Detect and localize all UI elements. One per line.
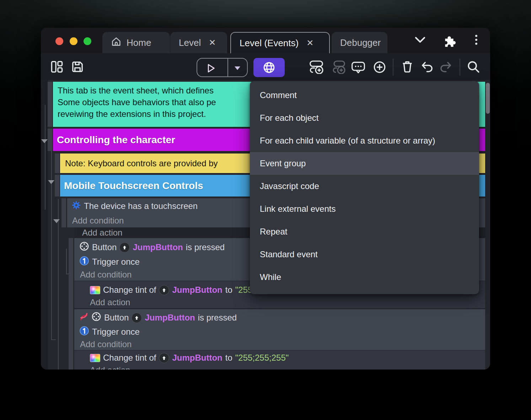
- puzzle-addon-icon[interactable]: [442, 33, 457, 48]
- indent-guide: [58, 199, 59, 370]
- trigger-once-icon: [79, 256, 89, 268]
- sprite-up-arrow-icon: [132, 313, 142, 323]
- delete-icon[interactable]: [401, 60, 414, 74]
- menu-item-while[interactable]: While: [250, 266, 479, 289]
- play-group-divider: [227, 59, 228, 76]
- inverted-condition-icon: [79, 312, 88, 324]
- layout-panels-icon[interactable]: [50, 60, 64, 74]
- close-icon[interactable]: ✕: [209, 38, 216, 48]
- toolbar-divider: [460, 59, 460, 76]
- add-action-link[interactable]: Add action: [90, 365, 130, 370]
- play-dropdown-caret[interactable]: [234, 66, 241, 70]
- action-instance: JumpButton: [172, 353, 222, 363]
- action-value: "255;255;255": [235, 353, 289, 363]
- toolbar: [41, 53, 490, 80]
- chevron-down-icon[interactable]: [414, 36, 426, 44]
- menu-item-javascript-code[interactable]: Javascript code: [250, 175, 479, 198]
- traffic-zoom-button[interactable]: [84, 37, 91, 45]
- play-button-group: [197, 58, 248, 77]
- tab-label: Home: [127, 37, 151, 48]
- add-action-link[interactable]: Add action: [90, 297, 130, 307]
- traffic-minimize-button[interactable]: [70, 37, 77, 45]
- menu-item-for-each-object[interactable]: For each object: [250, 107, 479, 129]
- tab-label: Level: [179, 37, 201, 48]
- event-margin: [55, 175, 59, 196]
- toolbar-divider: [393, 59, 393, 76]
- action-instance: JumpButton: [172, 285, 222, 295]
- home-icon: [111, 36, 122, 49]
- tint-color-icon: [90, 354, 100, 362]
- collapse-arrow-group-controlling[interactable]: [41, 139, 48, 143]
- group-title: Controlling the character: [57, 134, 175, 146]
- vertical-scrollbar-thumb[interactable]: [486, 83, 490, 114]
- titlebar: Home Level ✕ Level (Events) ✕ Debugger: [41, 28, 490, 53]
- condition-object: Button: [104, 313, 129, 323]
- menu-item-comment[interactable]: Comment: [250, 84, 479, 107]
- tab-debugger[interactable]: Debugger: [332, 32, 387, 53]
- condition-text: Trigger once: [92, 327, 140, 337]
- event-margin: [69, 308, 73, 370]
- gamepad-button-icon: [91, 312, 101, 324]
- add-comment-icon[interactable]: [351, 60, 365, 75]
- tint-color-icon: [90, 286, 100, 294]
- globe-preview-icon: [263, 61, 275, 74]
- traffic-close-button[interactable]: [55, 37, 63, 45]
- event-margin: [48, 82, 52, 127]
- sprite-up-arrow-icon: [119, 242, 130, 253]
- save-icon[interactable]: [71, 60, 84, 74]
- sprite-up-arrow-icon: [159, 285, 169, 295]
- menu-item-link-external-events[interactable]: Link external events: [250, 198, 479, 220]
- sheet-gutter: [41, 80, 48, 370]
- app-window: Home Level ✕ Level (Events) ✕ Debugger: [41, 28, 490, 370]
- kebab-menu-icon[interactable]: [475, 35, 477, 45]
- play-icon[interactable]: [205, 63, 216, 74]
- menu-item-for-each-child-variable[interactable]: For each child variable (of a structure …: [250, 129, 479, 152]
- collapse-arrow-touch-event[interactable]: [53, 219, 60, 223]
- gear-system-icon: [71, 200, 81, 212]
- sprite-up-arrow-icon: [159, 353, 169, 363]
- collapse-arrow-group-mobile[interactable]: [48, 180, 54, 184]
- add-condition-link[interactable]: Add condition: [80, 339, 132, 349]
- group-title: Mobile Touchscreen Controls: [64, 180, 203, 192]
- globe-preview-button[interactable]: [253, 58, 285, 77]
- menu-item-event-group[interactable]: Event group: [250, 152, 479, 175]
- event-margin: [55, 154, 59, 173]
- event-margin: [48, 129, 52, 151]
- tab-level[interactable]: Level ✕: [170, 32, 227, 53]
- condition-predicate: is pressed: [198, 313, 237, 323]
- add-condition-link[interactable]: Add condition: [80, 270, 132, 280]
- condition-predicate: is pressed: [186, 242, 225, 252]
- condition-text: The device has a touchscreen: [84, 201, 198, 211]
- indent-guide: [51, 151, 52, 340]
- desktop-background: Home Level ✕ Level (Events) ✕ Debugger: [0, 0, 531, 420]
- add-condition-link[interactable]: Add condition: [72, 215, 124, 226]
- redo-icon[interactable]: [439, 60, 452, 74]
- tab-label: Debugger: [340, 37, 381, 48]
- add-plus-icon[interactable]: [373, 60, 386, 74]
- add-event-icon[interactable]: [309, 60, 323, 74]
- action-connector: to: [225, 353, 232, 363]
- undo-icon[interactable]: [420, 60, 434, 74]
- note-text: Note: Keyboard controls are provided by: [65, 158, 218, 168]
- tab-home[interactable]: Home: [102, 32, 170, 53]
- indent-guide: [66, 249, 67, 274]
- action-text: Change tint of: [103, 353, 156, 363]
- action-connector: to: [225, 285, 232, 295]
- event-margin: [61, 198, 66, 227]
- menu-item-standard-event[interactable]: Standard event: [250, 243, 479, 266]
- condition-text: Trigger once: [92, 257, 140, 267]
- action-text: Change tint of: [103, 285, 156, 295]
- trigger-once-icon: [79, 326, 89, 338]
- event-jumpbutton-pressed-inverted[interactable]: Button JumpButton is pressed Trigger on: [74, 308, 485, 350]
- add-subevent-icon[interactable]: [331, 60, 345, 74]
- condition-object: Button: [92, 242, 117, 252]
- indent-guide: [45, 105, 45, 210]
- menu-item-repeat[interactable]: Repeat: [250, 220, 479, 243]
- tab-label: Level (Events): [240, 38, 299, 49]
- indent-guide: [51, 339, 56, 340]
- search-icon[interactable]: [467, 60, 480, 74]
- gamepad-button-icon: [79, 241, 89, 253]
- action-area[interactable]: Change tint of JumpButton to "255;255;25…: [74, 350, 485, 370]
- close-icon[interactable]: ✕: [306, 38, 313, 48]
- tab-level-events[interactable]: Level (Events) ✕: [230, 32, 330, 53]
